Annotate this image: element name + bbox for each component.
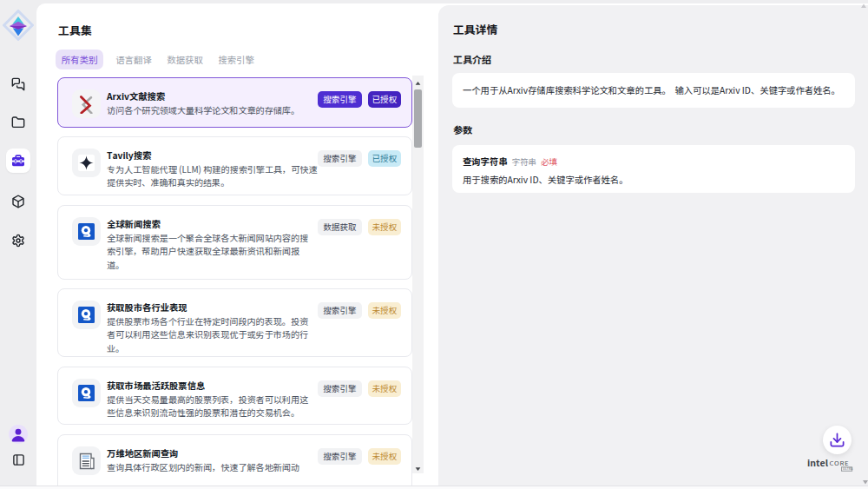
svg-text:ULTRA: ULTRA <box>843 466 853 471</box>
svg-text:intel: intel <box>807 456 829 469</box>
